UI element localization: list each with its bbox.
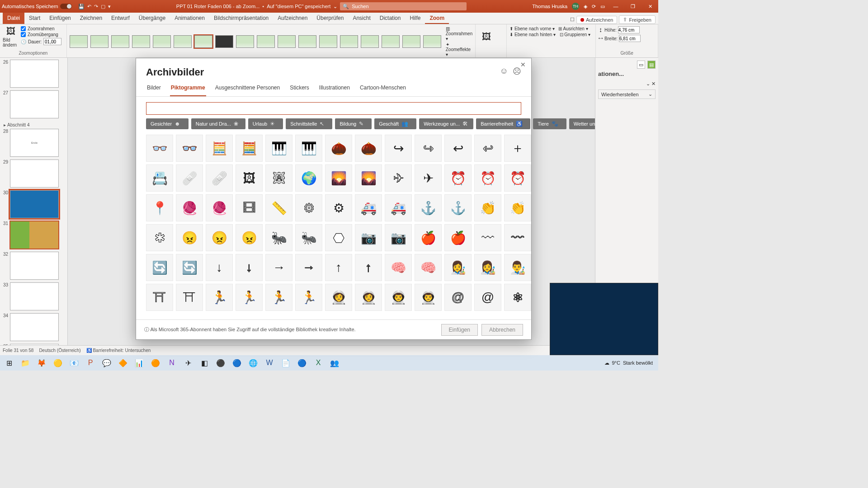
pictogram-item[interactable]: 🖼 [236,164,263,192]
maximize-button[interactable]: ❐ [627,4,639,9]
slide-thumb[interactable] [10,313,59,341]
tab-bilder[interactable]: Bilder [146,81,162,96]
tab-insert[interactable]: Einfügen [45,13,75,24]
chip[interactable]: Barrierefreiheit♿ [476,118,530,129]
send-backward[interactable]: ⬇ Ebene nach hinten ▾ ⊡ Gruppieren ▾ [509,32,590,37]
pictogram-item[interactable]: ↓ [206,254,233,281]
zoom-style[interactable] [382,35,400,48]
pictogram-item[interactable]: @ [444,284,472,311]
pictogram-item[interactable]: 🚑 [385,194,412,221]
pane-close-icon[interactable]: ✕ [651,81,656,86]
minimize-button[interactable]: — [609,4,622,9]
save-icon[interactable]: 💾 [78,4,85,9]
cancel-button[interactable]: Abbrechen [481,324,523,336]
toggle-switch[interactable] [60,4,72,9]
pictogram-item[interactable]: ↑ [325,254,352,281]
zoom-style[interactable] [423,35,441,48]
pictogram-item[interactable]: 🌰 [325,135,352,162]
pictogram-item[interactable]: 🎞 [236,194,263,221]
pictogram-item[interactable]: 👏 [504,194,531,221]
zoom-style[interactable] [174,35,192,48]
pictogram-item[interactable]: 🧮 [236,135,263,162]
pictogram-item[interactable]: 👩‍🚀 [325,284,352,311]
chevron-down-icon[interactable]: ⌄ [333,4,337,9]
tab-piktogramme[interactable]: Piktogramme [170,81,206,96]
zoom-style[interactable] [278,35,296,48]
dialog-close-button[interactable]: ✕ [518,60,528,69]
zoom-style[interactable] [340,35,358,48]
autosave-toggle[interactable]: Automatisches Speichern [2,4,72,9]
pictogram-item[interactable]: @ [474,284,501,311]
tab-design[interactable]: Entwurf [107,13,134,24]
tab-dictation[interactable]: Dictation [375,13,406,24]
sync-icon[interactable]: ⟳ [592,4,596,9]
tab-transitions[interactable]: Übergänge [134,13,170,24]
slide-thumb-active[interactable] [10,190,59,218]
pictogram-item[interactable]: → [295,254,322,281]
weather-widget[interactable]: ☁ 9°C Stark bewölkt [601,360,657,366]
pictogram-item[interactable]: 👨‍🚀 [415,284,442,311]
pictogram-item[interactable]: 🧶 [206,194,233,221]
user-avatar[interactable]: TH [572,3,579,10]
pictogram-item[interactable]: ↑ [355,254,382,281]
pictogram-item[interactable]: ⚙ [325,194,352,221]
search-box[interactable]: 🔍 Suchen [340,2,467,10]
icon-search-input[interactable] [146,102,521,115]
firefox-icon[interactable]: 🦊 [34,357,49,369]
pictogram-item[interactable]: ↩ [444,135,472,162]
tab-file[interactable]: Datei [3,13,24,24]
zoom-style[interactable] [402,35,420,48]
zoom-style[interactable] [70,35,88,48]
chk-zoomframe[interactable]: Zoomrahmen [21,26,61,31]
pictogram-item[interactable]: ↪ [415,135,442,162]
zoomeffects-dd[interactable]: ✦ Zoomeffekte ▾ [446,42,472,57]
pictogram-item[interactable]: ⚓ [444,194,472,221]
vlc-icon[interactable]: 🔶 [116,357,130,369]
share-button[interactable]: ⇪Freigeben [619,15,656,24]
pictogram-item[interactable]: 😠 [236,224,263,251]
record-button[interactable]: Aufzeichnen [576,16,618,24]
pictogram-item[interactable]: ＋ [504,135,531,162]
slide-thumb[interactable] [10,90,59,118]
pictogram-item[interactable]: 👏 [474,194,501,221]
tab-view[interactable]: Ansicht [348,13,375,24]
height-field[interactable]: ⭥Höhe: [599,26,640,33]
chip[interactable]: Schnittstelle↖ [286,118,332,129]
user-name[interactable]: Thomas Hruska [532,4,567,9]
chrome-icon[interactable]: 🟡 [51,357,65,369]
app-icon[interactable]: 🌐 [246,357,260,369]
explorer-icon[interactable]: 📁 [18,357,33,369]
slide-counter[interactable]: Folie 31 von 58 [3,348,33,353]
pictogram-item[interactable]: 🐜 [295,224,322,251]
change-picture-button[interactable]: 🖼 Bild ändern [3,26,19,47]
pictogram-item[interactable]: 👩‍🎨 [444,254,472,281]
onenote-icon[interactable]: N [165,357,179,369]
pictogram-item[interactable]: ⚓ [415,194,442,221]
tab-review[interactable]: Überprüfen [312,13,348,24]
chip[interactable]: Geschäft👥 [374,118,416,129]
slide-thumb[interactable] [10,282,59,310]
slide-thumb[interactable] [10,160,59,188]
pictogram-item[interactable]: ↪ [385,135,412,162]
pictogram-item[interactable]: 🏃 [295,284,322,311]
slide-thumb[interactable]: Ende [10,129,59,157]
pictogram-item[interactable]: 📇 [146,164,173,192]
ribbon-collapse-icon[interactable]: ☐ [570,17,575,23]
duration-field[interactable]: 🕓Dauer: [21,38,61,45]
redo-action[interactable]: Wiederherstellen ⌄ [598,89,656,99]
pictogram-item[interactable]: ⏰ [444,164,472,192]
tab-illustrations[interactable]: Illustrationen [318,81,351,96]
tab-stickers[interactable]: Stickers [289,81,310,96]
pane-tab-icon[interactable]: ▭ [637,61,645,69]
diamond-icon[interactable]: ◈ [584,4,587,9]
pictogram-item[interactable]: ⚙ [295,194,322,221]
excel-icon[interactable]: X [311,357,326,369]
zoom-style-selected[interactable] [194,35,212,48]
slide-thumb[interactable] [10,344,59,345]
app-icon[interactable]: 📄 [278,357,293,369]
chip[interactable]: Gesichter☻ [146,118,189,129]
pane-tab2-icon[interactable]: ▤ [647,61,656,69]
slide-thumb[interactable] [10,60,59,88]
tab-cartoon[interactable]: Cartoon-Menschen [359,81,407,96]
zoom-style[interactable] [132,35,150,48]
